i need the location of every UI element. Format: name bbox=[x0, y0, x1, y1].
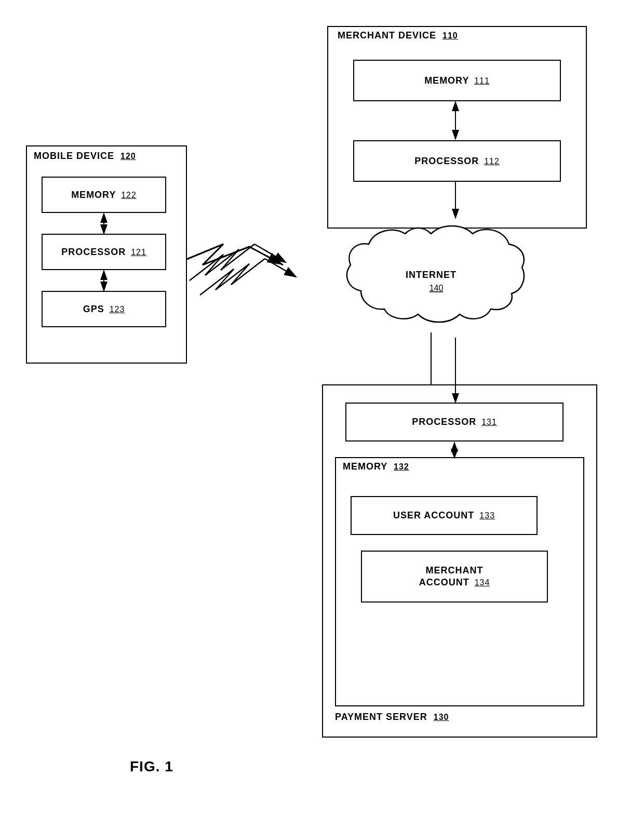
server-processor-box: PROCESSOR 131 bbox=[345, 403, 564, 442]
svg-line-17 bbox=[254, 244, 286, 262]
svg-line-19 bbox=[216, 269, 234, 290]
internet-cloud: INTERNET 140 bbox=[332, 218, 530, 338]
figure-label: FIG. 1 bbox=[130, 758, 173, 775]
svg-line-18 bbox=[200, 269, 234, 295]
svg-line-13 bbox=[205, 255, 223, 275]
mobile-device-label: MOBILE DEVICE 120 bbox=[34, 151, 136, 162]
merchant-device-label: MERCHANT DEVICE 110 bbox=[338, 30, 458, 41]
merchant-device-box bbox=[327, 26, 587, 229]
server-memory-label: MEMORY 132 bbox=[343, 461, 409, 472]
svg-line-15 bbox=[221, 249, 239, 270]
merchant-memory-box: MEMORY 111 bbox=[353, 60, 561, 101]
merchant-account-box: MERCHANT ACCOUNT 134 bbox=[361, 551, 548, 603]
mobile-gps-box: GPS 123 bbox=[42, 291, 166, 327]
mobile-memory-box: MEMORY 122 bbox=[42, 177, 166, 213]
svg-line-21 bbox=[231, 264, 249, 285]
svg-line-22 bbox=[231, 259, 265, 285]
payment-server-label: PAYMENT SERVER 130 bbox=[335, 712, 449, 723]
svg-text:140: 140 bbox=[430, 284, 444, 292]
diagram: MERCHANT DEVICE 110 MEMORY 111 PROCESSOR… bbox=[0, 0, 644, 816]
svg-text:INTERNET: INTERNET bbox=[406, 270, 457, 280]
svg-line-20 bbox=[216, 264, 249, 290]
svg-line-23 bbox=[265, 259, 296, 277]
mobile-processor-box: PROCESSOR 121 bbox=[42, 234, 166, 270]
svg-line-12 bbox=[190, 255, 223, 280]
user-account-box: USER ACCOUNT 133 bbox=[351, 496, 538, 535]
svg-line-14 bbox=[205, 249, 239, 275]
svg-line-16 bbox=[221, 244, 254, 270]
merchant-processor-box: PROCESSOR 112 bbox=[353, 140, 561, 182]
